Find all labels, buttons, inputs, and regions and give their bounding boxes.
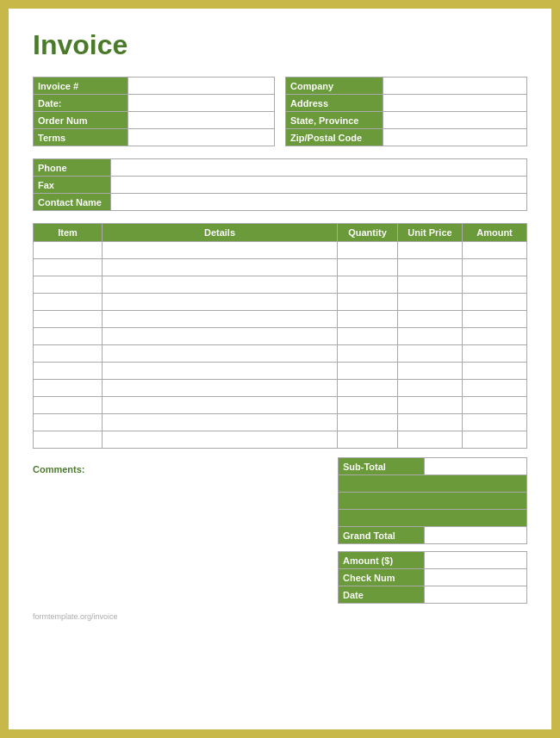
details-cell[interactable] [103, 242, 338, 259]
payment-row: Check Num [339, 569, 527, 586]
totals-label: Grand Total [339, 527, 425, 544]
price-cell[interactable] [398, 431, 463, 449]
details-cell[interactable] [103, 276, 338, 294]
item-cell[interactable] [34, 259, 103, 276]
right-label: Address [286, 95, 383, 112]
totals-green-row [339, 475, 527, 493]
contact-value[interactable] [111, 159, 527, 177]
amount-cell[interactable] [463, 276, 527, 294]
amount-cell[interactable] [463, 294, 527, 311]
price-cell[interactable] [398, 294, 463, 311]
amount-cell[interactable] [463, 431, 527, 449]
totals-row: Sub-Total [339, 458, 527, 475]
qty-cell[interactable] [338, 414, 398, 431]
watermark: formtemplate.org/invoice [33, 612, 527, 621]
amount-cell[interactable] [463, 328, 527, 345]
qty-cell[interactable] [338, 397, 398, 414]
qty-cell[interactable] [338, 259, 398, 276]
contact-section: PhoneFaxContact Name [33, 158, 527, 211]
qty-cell[interactable] [338, 345, 398, 363]
contact-value[interactable] [111, 194, 527, 211]
left-value[interactable] [128, 78, 274, 95]
price-cell[interactable] [398, 363, 463, 380]
details-cell[interactable] [103, 431, 338, 449]
item-cell[interactable] [34, 431, 103, 449]
col-quantity: Quantity [338, 224, 398, 242]
right-field-row: Address [286, 95, 527, 112]
amount-cell[interactable] [463, 414, 527, 431]
amount-cell[interactable] [463, 380, 527, 397]
payment-value[interactable] [425, 552, 527, 569]
details-cell[interactable] [103, 328, 338, 345]
item-cell[interactable] [34, 328, 103, 345]
totals-table: Sub-TotalGrand Total [338, 457, 527, 544]
table-row [34, 294, 527, 311]
price-cell[interactable] [398, 276, 463, 294]
price-cell[interactable] [398, 328, 463, 345]
contact-value[interactable] [111, 177, 527, 194]
right-label: State, Province [286, 112, 383, 129]
item-cell[interactable] [34, 311, 103, 328]
qty-cell[interactable] [338, 363, 398, 380]
item-cell[interactable] [34, 294, 103, 311]
col-unit-price: Unit Price [398, 224, 463, 242]
details-cell[interactable] [103, 397, 338, 414]
qty-cell[interactable] [338, 276, 398, 294]
left-value[interactable] [128, 95, 274, 112]
table-row [34, 259, 527, 276]
amount-cell[interactable] [463, 311, 527, 328]
totals-label: Sub-Total [339, 458, 425, 475]
price-cell[interactable] [398, 242, 463, 259]
table-row [34, 363, 527, 380]
totals-green-row [339, 493, 527, 510]
right-field-row: Company [286, 78, 527, 95]
left-info-table: Invoice #Date:Order NumTerms [33, 77, 275, 146]
details-cell[interactable] [103, 345, 338, 363]
price-cell[interactable] [398, 259, 463, 276]
table-row [34, 328, 527, 345]
right-value[interactable] [383, 129, 526, 146]
qty-cell[interactable] [338, 242, 398, 259]
price-cell[interactable] [398, 311, 463, 328]
price-cell[interactable] [398, 345, 463, 363]
details-cell[interactable] [103, 294, 338, 311]
amount-cell[interactable] [463, 345, 527, 363]
invoice-container: Invoice Invoice #Date:Order NumTerms Com… [7, 7, 553, 731]
amount-cell[interactable] [463, 242, 527, 259]
amount-cell[interactable] [463, 363, 527, 380]
payment-value[interactable] [425, 569, 527, 586]
amount-cell[interactable] [463, 397, 527, 414]
details-cell[interactable] [103, 414, 338, 431]
details-cell[interactable] [103, 311, 338, 328]
details-cell[interactable] [103, 380, 338, 397]
payment-label: Date [339, 586, 425, 604]
payment-value[interactable] [425, 586, 527, 604]
item-cell[interactable] [34, 242, 103, 259]
price-cell[interactable] [398, 397, 463, 414]
right-value[interactable] [383, 112, 526, 129]
item-cell[interactable] [34, 380, 103, 397]
qty-cell[interactable] [338, 431, 398, 449]
item-cell[interactable] [34, 414, 103, 431]
details-cell[interactable] [103, 363, 338, 380]
qty-cell[interactable] [338, 294, 398, 311]
totals-value[interactable] [425, 527, 527, 544]
details-cell[interactable] [103, 259, 338, 276]
qty-cell[interactable] [338, 311, 398, 328]
left-value[interactable] [128, 129, 274, 146]
totals-value[interactable] [425, 458, 527, 475]
left-value[interactable] [128, 112, 274, 129]
header-section: Invoice #Date:Order NumTerms CompanyAddr… [33, 77, 527, 146]
qty-cell[interactable] [338, 328, 398, 345]
amount-cell[interactable] [463, 259, 527, 276]
price-cell[interactable] [398, 380, 463, 397]
right-value[interactable] [383, 95, 526, 112]
item-cell[interactable] [34, 397, 103, 414]
item-cell[interactable] [34, 345, 103, 363]
right-value[interactable] [383, 78, 526, 95]
price-cell[interactable] [398, 414, 463, 431]
qty-cell[interactable] [338, 380, 398, 397]
item-cell[interactable] [34, 363, 103, 380]
payment-row: Amount ($) [339, 552, 527, 569]
item-cell[interactable] [34, 276, 103, 294]
